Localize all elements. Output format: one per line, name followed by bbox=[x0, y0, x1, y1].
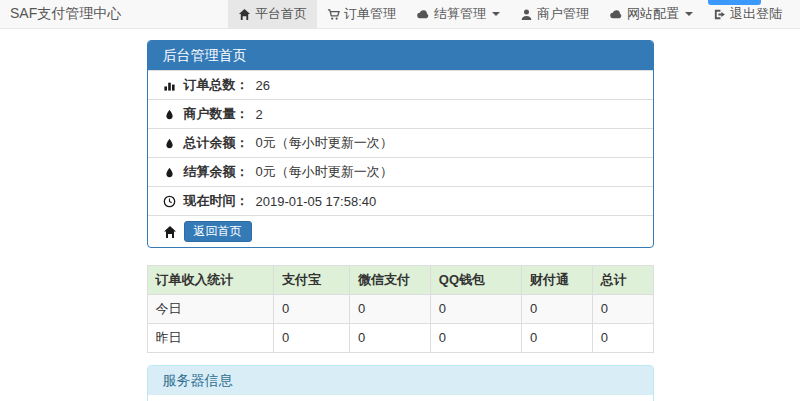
stat-value: 0元（每小时更新一次） bbox=[256, 163, 393, 181]
nav-item-label: 结算管理 bbox=[434, 5, 486, 23]
table-header-row: 订单收入统计 支付宝 微信支付 QQ钱包 财付通 总计 bbox=[147, 266, 653, 295]
nav-item-platform-home[interactable]: 平台首页 bbox=[228, 0, 317, 28]
server-info-panel-title: 服务器信息 bbox=[148, 366, 653, 395]
stat-row-merchant-count: 商户数量： 2 bbox=[148, 99, 653, 128]
top-edge-pill bbox=[708, 0, 761, 5]
home-icon bbox=[238, 8, 251, 21]
home-button-row: 返回首页 bbox=[148, 215, 653, 247]
top-navbar: SAF支付管理中心 平台首页 订单管理 结算管理 商户管理 bbox=[0, 0, 800, 29]
table-row-yesterday: 昨日 0 0 0 0 0 bbox=[147, 324, 653, 353]
tint-icon bbox=[163, 166, 177, 179]
col-header-tenpay: 财付通 bbox=[521, 266, 592, 295]
stat-value: 2 bbox=[256, 107, 263, 122]
cell-value: 0 bbox=[349, 324, 430, 353]
main-content: 后台管理首页 订单总数： 26 商户数量： 2 总计余额： 0元（每小时更新一次… bbox=[147, 40, 654, 401]
cloud-icon bbox=[609, 8, 623, 21]
php-version-row: PHP 版本： 5.3.29 非线程安全 bbox=[148, 395, 653, 401]
cell-value: 0 bbox=[274, 295, 350, 324]
row-label: 昨日 bbox=[147, 324, 274, 353]
row-label: 今日 bbox=[147, 295, 274, 324]
nav-item-label: 订单管理 bbox=[344, 5, 396, 23]
dashboard-panel-title: 后台管理首页 bbox=[148, 41, 653, 70]
nav-item-label: 网站配置 bbox=[627, 5, 679, 23]
stat-value: 2019-01-05 17:58:40 bbox=[256, 194, 377, 209]
cell-value: 0 bbox=[521, 324, 592, 353]
stat-row-total-balance: 总计余额： 0元（每小时更新一次） bbox=[148, 128, 653, 157]
server-info-panel: 服务器信息 PHP 版本： 5.3.29 非线程安全 bbox=[147, 365, 654, 401]
col-header-wechat: 微信支付 bbox=[349, 266, 430, 295]
clock-icon bbox=[163, 195, 177, 208]
cell-value: 0 bbox=[592, 295, 653, 324]
stat-label: 订单总数： bbox=[184, 76, 249, 94]
table-row-today: 今日 0 0 0 0 0 bbox=[147, 295, 653, 324]
nav-item-site-config[interactable]: 网站配置 bbox=[599, 0, 703, 28]
back-home-button[interactable]: 返回首页 bbox=[184, 221, 252, 242]
col-header-alipay: 支付宝 bbox=[274, 266, 350, 295]
col-header-qq-wallet: QQ钱包 bbox=[430, 266, 521, 295]
nav-item-label: 商户管理 bbox=[537, 5, 589, 23]
nav-item-settlement-management[interactable]: 结算管理 bbox=[406, 0, 510, 28]
nav-item-merchant-management[interactable]: 商户管理 bbox=[510, 0, 599, 28]
stat-value: 0元（每小时更新一次） bbox=[256, 134, 393, 152]
nav-item-label: 平台首页 bbox=[255, 5, 307, 23]
stat-label: 商户数量： bbox=[184, 105, 249, 123]
cell-value: 0 bbox=[274, 324, 350, 353]
stat-row-settlement-balance: 结算余额： 0元（每小时更新一次） bbox=[148, 157, 653, 186]
stat-row-current-time: 现在时间： 2019-01-05 17:58:40 bbox=[148, 186, 653, 215]
cell-value: 0 bbox=[349, 295, 430, 324]
cell-value: 0 bbox=[430, 295, 521, 324]
cart-icon bbox=[327, 8, 340, 21]
order-income-table: 订单收入统计 支付宝 微信支付 QQ钱包 财付通 总计 今日 0 0 0 0 0… bbox=[147, 265, 654, 353]
chevron-down-icon bbox=[492, 12, 500, 16]
nav-item-order-management[interactable]: 订单管理 bbox=[317, 0, 406, 28]
bar-chart-icon bbox=[163, 79, 177, 92]
home-icon bbox=[163, 225, 177, 239]
main-nav: 平台首页 订单管理 结算管理 商户管理 网站配置 bbox=[228, 0, 792, 28]
stat-value: 26 bbox=[256, 78, 270, 93]
cell-value: 0 bbox=[521, 295, 592, 324]
stat-label: 结算余额： bbox=[184, 163, 249, 181]
cell-value: 0 bbox=[592, 324, 653, 353]
stat-row-total-orders: 订单总数： 26 bbox=[148, 70, 653, 99]
tint-icon bbox=[163, 108, 177, 121]
nav-item-label: 退出登陆 bbox=[730, 5, 782, 23]
dashboard-panel: 后台管理首页 订单总数： 26 商户数量： 2 总计余额： 0元（每小时更新一次… bbox=[147, 40, 654, 248]
app-title: SAF支付管理中心 bbox=[10, 0, 121, 28]
cloud-icon bbox=[416, 8, 430, 21]
tint-icon bbox=[163, 137, 177, 150]
cell-value: 0 bbox=[430, 324, 521, 353]
chevron-down-icon bbox=[685, 12, 693, 16]
logout-icon bbox=[713, 8, 726, 21]
col-header-income-stats: 订单收入统计 bbox=[147, 266, 274, 295]
col-header-total: 总计 bbox=[592, 266, 653, 295]
user-icon bbox=[520, 8, 533, 21]
stat-label: 总计余额： bbox=[184, 134, 249, 152]
stat-label: 现在时间： bbox=[184, 192, 249, 210]
